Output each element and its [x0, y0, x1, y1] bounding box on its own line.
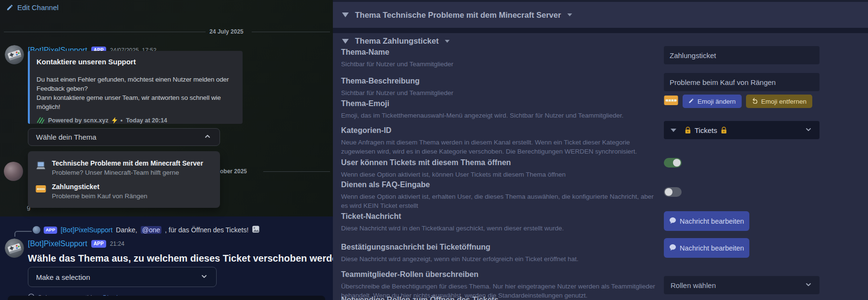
message-timestamp: 21:24: [110, 240, 124, 247]
option-minecraft-problems[interactable]: Technische Probleme mit dem Minecraft Se…: [28, 156, 220, 180]
option-title: Technische Probleme mit dem Minecraft Se…: [52, 159, 203, 167]
lock-icon: [685, 127, 691, 134]
section-title: Thema Technische Probleme mit dem Minecr…: [355, 11, 561, 20]
faq-toggle[interactable]: [664, 187, 682, 197]
edit-ticket-message-button[interactable]: Nachricht bearbeiten: [664, 211, 749, 231]
field-description: Sichtbar für Nutzer und Teammitglieder: [341, 60, 662, 69]
field-label: User können Tickets mit diesem Thema öff…: [341, 157, 860, 168]
image-icon: [252, 225, 260, 235]
app-badge: APP: [91, 240, 106, 248]
field-description: Wenn diese Option aktiviert ist, können …: [341, 170, 662, 179]
field-kategorien-id: Kategorien-ID Neue Anfragen mit diesem T…: [341, 125, 860, 156]
chevron-down-icon: [804, 125, 813, 135]
field-notwendige-rollen: Notwendige Rollen zum Öffnen des Tickets: [341, 295, 860, 300]
edit-channel-label: Edit Channel: [17, 3, 59, 12]
credit-card-icon: [36, 185, 46, 195]
thema-name-input[interactable]: [664, 46, 819, 64]
laptop-icon: [36, 161, 46, 172]
pencil-icon: [6, 4, 13, 11]
option-payment-ticket[interactable]: Zahlungsticket Probleme beim Kauf von Rä…: [28, 180, 220, 203]
pencil-icon: [688, 98, 694, 105]
scnx-logo-icon: [37, 116, 45, 124]
section-minecraft-collapsed[interactable]: Thema Technische Probleme mit dem Minecr…: [333, 2, 868, 28]
reply-context[interactable]: APP [Bot]PixelSupport Danke, @one , für …: [33, 225, 260, 235]
embed-description: Du hast einen Fehler gefunden, möchtest …: [37, 75, 237, 111]
move-select-placeholder: Make a selection: [36, 273, 90, 281]
date-divider-partial: ober 2025: [220, 168, 247, 175]
embed-footer-time: Today at 20:14: [126, 117, 167, 124]
section-zahlungsticket-expanded[interactable]: Thema Zahlungsticket: [342, 36, 450, 46]
embed-footer-text: Powered by scnx.xyz: [48, 117, 109, 124]
date-divider-line: [4, 32, 206, 32]
reply-text: , für das Öffnen des Tickets!: [165, 226, 248, 234]
reply-spine: [14, 231, 32, 237]
date-divider-line: [263, 171, 330, 172]
topic-select-placeholder: Wähle dein Thema: [36, 133, 97, 141]
field-label: Bestätigungsnachricht bei Ticketöffnung: [341, 242, 860, 252]
app-badge: APP: [44, 227, 57, 234]
kategorie-select[interactable]: Tickets: [664, 121, 819, 139]
chevron-up-icon: [203, 132, 212, 142]
reply-username[interactable]: [Bot]PixelSupport: [61, 226, 112, 234]
option-description: Probleme beim Kauf von Rängen: [52, 192, 147, 200]
field-thema-name: Thema-Name Sichtbar für Nutzer und Teamm…: [341, 47, 860, 69]
embed-title: Kontaktiere unseren Support: [37, 58, 236, 66]
field-bestaetigungsnachricht: Bestätigungsnachricht bei Ticketöffnung …: [341, 242, 860, 264]
field-faq: Dienen als FAQ-Eingabe Wenn diese Option…: [341, 180, 860, 210]
field-description: Diese Nachricht wird in den Ticketkanal …: [341, 224, 662, 233]
edit-channel-link[interactable]: Edit Channel: [6, 3, 59, 12]
date-divider: 24 July 2025: [209, 28, 244, 35]
field-description: Diese Nachricht wird angezeigt, wenn ein…: [341, 254, 662, 264]
edit-confirmation-message-button[interactable]: Nachricht bearbeiten: [664, 238, 749, 258]
field-description: Wenn diese Option aktiviert ist, erhalte…: [341, 192, 662, 210]
kategorie-select-value: Tickets: [695, 126, 717, 134]
avatar: [33, 226, 40, 234]
field-label: Ticket-Nachricht: [341, 211, 860, 221]
field-label: Dienen als FAQ-Eingabe: [341, 180, 860, 190]
field-thema-emoji: Thema-Emoji Emoji, das im Ticketthemenau…: [341, 98, 860, 120]
embed-footer: Powered by scnx.xyz • Today at 20:14: [37, 116, 236, 124]
emoji-change-button[interactable]: Emoji ändern: [683, 95, 742, 108]
topic-select[interactable]: Wähle dein Thema: [28, 128, 220, 146]
move-target-select[interactable]: Make a selection: [28, 267, 217, 287]
field-description: Emoji, das im Ticketthemenauswahl-Menü a…: [341, 111, 662, 120]
field-description: Sichtbar für Nutzer und Teammitglieder: [341, 88, 662, 97]
gamepad-avatar: [5, 45, 24, 64]
message-header: [Bot]PixelSupport APP 21:24: [28, 240, 124, 248]
support-embed: Kontaktiere unseren Support Du hast eine…: [28, 51, 243, 124]
lightning-icon: [112, 117, 117, 124]
field-user-open-tickets: User können Tickets mit diesem Thema öff…: [341, 157, 860, 179]
field-description: Neue Anfragen mit diesem Thema werden in…: [341, 138, 662, 156]
speech-bubble-icon: [669, 217, 676, 226]
option-description: Probleme? Unser Minecraft-Team hilft ger…: [52, 169, 203, 176]
topic-options-dropdown: Technische Probleme mit dem Minecraft Se…: [28, 151, 220, 208]
rollen-select-value: Rollen wählen: [671, 281, 716, 289]
emoji-remove-button[interactable]: Emoji entfernen: [746, 95, 813, 108]
undo-icon: [752, 97, 758, 105]
avatar[interactable]: [4, 162, 23, 181]
user-mention[interactable]: @one: [141, 226, 162, 234]
funnel-icon: [342, 39, 349, 44]
message-input-bar[interactable]: [8, 296, 325, 300]
field-ticket-nachricht: Ticket-Nachricht Diese Nachricht wird in…: [341, 211, 860, 233]
reply-text: Danke,: [116, 226, 137, 234]
credit-card-icon: [664, 95, 678, 108]
lock-icon: [721, 127, 727, 134]
move-ticket-heading: Wähle das Thema aus, zu welchem dieses T…: [28, 253, 333, 264]
message-username[interactable]: [Bot]PixelSupport: [28, 240, 87, 248]
chat-column: Edit Channel 24 July 2025 [Bot]PixelSupp…: [0, 0, 333, 300]
chevron-down-icon: [445, 40, 450, 43]
chevron-down-icon: [200, 272, 208, 282]
funnel-icon: [342, 12, 349, 17]
chevron-down-icon: [567, 13, 572, 16]
user-open-tickets-toggle[interactable]: [664, 158, 682, 168]
option-title: Zahlungsticket: [52, 183, 147, 191]
avatar[interactable]: [5, 45, 24, 64]
speech-bubble-icon: [669, 244, 676, 252]
topic-settings-panel: Thema Technische Probleme mit dem Minecr…: [333, 0, 868, 300]
thema-beschreibung-input[interactable]: [664, 73, 819, 91]
avatar[interactable]: [5, 239, 24, 258]
rollen-select[interactable]: Rollen wählen: [664, 276, 819, 294]
field-label: Notwendige Rollen zum Öffnen des Tickets: [341, 295, 860, 300]
chevron-down-icon: [804, 280, 813, 290]
